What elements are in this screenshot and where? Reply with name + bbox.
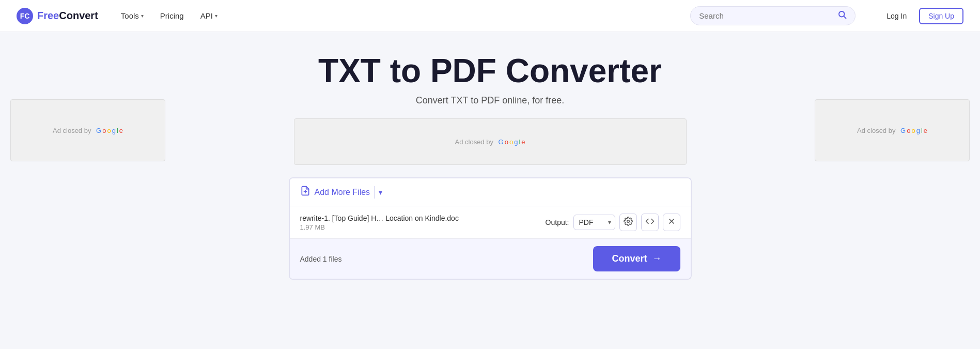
ad-banner-center: Ad closed by Google [294, 118, 687, 165]
dropdown-chevron-icon: ▾ [379, 188, 382, 196]
add-files-dropdown-button[interactable]: ▾ [374, 186, 386, 199]
logo-convert-text: Convert [59, 10, 98, 21]
format-select-wrapper: PDF DOCX TXT RTF [573, 215, 615, 230]
output-label: Output: [546, 218, 569, 226]
signup-button[interactable]: Sign Up [919, 8, 963, 24]
side-ad-right: Ad closed by Google [815, 99, 970, 161]
code-button[interactable] [641, 214, 659, 231]
page-subtitle: Convert TXT to PDF online, for free. [416, 95, 564, 106]
logo-text: FreeConvert [37, 10, 98, 22]
main-nav: Tools ▾ Pricing API ▾ [115, 7, 674, 24]
remove-file-button[interactable] [663, 214, 680, 231]
output-section: Output: PDF DOCX TXT RTF [546, 214, 680, 231]
add-files-bar: Add More Files ▾ [290, 178, 691, 206]
api-chevron-icon: ▾ [215, 13, 217, 19]
file-row: rewrite-1. [Top Guide] H… Location on Ki… [290, 206, 691, 239]
logo[interactable]: FC FreeConvert [17, 8, 98, 24]
svg-point-4 [627, 220, 629, 223]
auth-buttons: Log In Sign Up [880, 8, 963, 24]
file-size: 1.97 MB [300, 223, 546, 231]
files-count: Added 1 files [300, 255, 594, 263]
search-icon [837, 10, 847, 22]
logo-icon: FC [17, 8, 33, 24]
nav-pricing[interactable]: Pricing [154, 7, 190, 24]
settings-button[interactable] [619, 214, 637, 231]
arrow-right-icon: → [652, 253, 662, 264]
page-title: TXT to PDF Converter [318, 53, 662, 89]
add-files-button[interactable]: Add More Files [300, 186, 370, 199]
logo-free-text: Free [37, 10, 59, 21]
code-icon [645, 217, 655, 228]
main-content: Ad closed by Google Ad closed by Google … [0, 32, 980, 290]
file-name: rewrite-1. [Top Guide] H… Location on Ki… [300, 214, 546, 222]
svg-line-1 [844, 16, 846, 18]
side-ad-left: Ad closed by Google [10, 99, 165, 161]
add-file-icon [300, 186, 310, 199]
tools-chevron-icon: ▾ [141, 13, 144, 19]
nav-tools[interactable]: Tools ▾ [115, 7, 150, 24]
convert-button[interactable]: Convert → [593, 246, 680, 271]
gear-icon [624, 217, 633, 228]
nav-api[interactable]: API ▾ [194, 7, 224, 24]
format-select[interactable]: PDF DOCX TXT RTF [573, 215, 615, 230]
header: FC FreeConvert Tools ▾ Pricing API ▾ Log… [0, 0, 980, 32]
bottom-bar: Added 1 files Convert → [290, 239, 691, 279]
converter-box: Add More Files ▾ rewrite-1. [Top Guide] … [289, 177, 692, 280]
login-button[interactable]: Log In [880, 9, 913, 23]
file-info: rewrite-1. [Top Guide] H… Location on Ki… [300, 214, 546, 231]
search-input[interactable] [699, 11, 833, 20]
search-box [690, 6, 855, 25]
close-icon [667, 217, 676, 227]
